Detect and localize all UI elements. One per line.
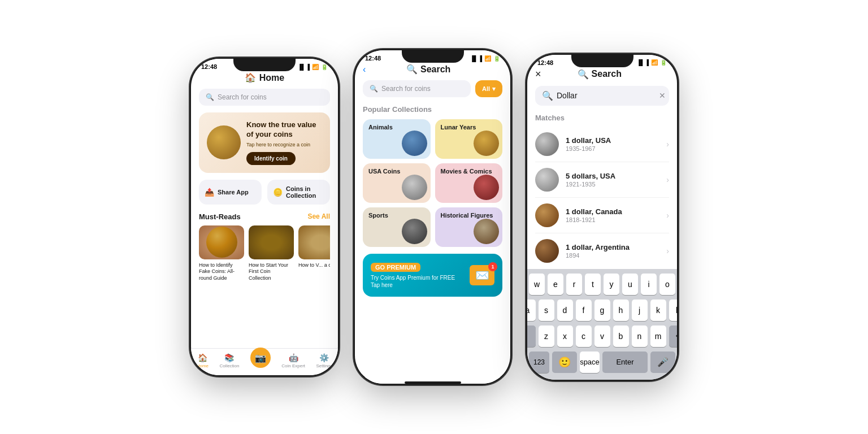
collection-lunar-years[interactable]: Lunar Years (435, 119, 503, 159)
key-x[interactable]: x (557, 326, 573, 347)
result-item-4[interactable]: 1 dollar, Argentina 1894 › (535, 233, 669, 268)
key-z[interactable]: z (539, 326, 554, 347)
key-j[interactable]: j (632, 300, 648, 321)
nav-coin-expert[interactable]: 🤖 Coin Expert (281, 353, 305, 368)
article-card-3[interactable]: How to V... a c... (298, 225, 330, 282)
key-g[interactable]: g (594, 300, 610, 321)
time-3: 12:48 (537, 59, 553, 66)
signal-icon-3: ▐▌▐ (637, 59, 649, 66)
phone-home: 12:48 ▐▌▐ 📶 🔋 🏠 Home 🔍 Search for coins (191, 59, 338, 375)
see-all-link[interactable]: See All (307, 212, 330, 220)
numbers-key[interactable]: 123 (529, 351, 549, 373)
filter-button[interactable]: All ▾ (475, 80, 502, 97)
key-c[interactable]: c (576, 326, 592, 347)
key-l[interactable]: l (669, 300, 678, 321)
result-name-4: 1 dollar, Argentina (566, 243, 659, 251)
key-h[interactable]: h (613, 300, 629, 321)
nav-coin-expert-icon: 🤖 (289, 353, 298, 362)
article-card-2[interactable]: How to Start Your First Coin Collection (249, 225, 294, 282)
key-i[interactable]: i (641, 274, 657, 295)
search3-input-row[interactable]: 🔍 ✕ (535, 86, 669, 106)
search-field[interactable]: 🔍 Search for coins (363, 80, 471, 97)
nav-collection[interactable]: 📚 Collection (219, 353, 239, 368)
signal-icon-2: ▐▌▐ (470, 55, 482, 62)
key-k[interactable]: k (650, 300, 666, 321)
result-year-3: 1818-1921 (566, 216, 659, 223)
result-chevron-4: › (666, 246, 669, 255)
key-s[interactable]: s (539, 300, 554, 321)
result-coin-image-3 (535, 203, 559, 227)
phone-search-results: 12:48 ▐▌▐ 📶 🔋 × 🔍 Search (527, 55, 677, 380)
search3-title-text: Search (592, 69, 622, 79)
search-title-icon: 🔍 (406, 64, 418, 75)
key-y[interactable]: y (604, 274, 619, 295)
collection-movies[interactable]: Movies & Comics (435, 163, 503, 203)
mic-key[interactable]: 🎤 (650, 351, 675, 373)
key-e[interactable]: e (548, 274, 563, 295)
key-m[interactable]: m (650, 326, 666, 347)
search-input-row: 🔍 Search for coins All ▾ (363, 80, 502, 97)
nav-settings[interactable]: ⚙️ Settings (316, 353, 332, 368)
result-item-1[interactable]: 1 dollar, USA 1935-1967 › (535, 127, 669, 162)
search3-title-icon: 🔍 (578, 69, 589, 80)
share-app-label: Share App (218, 189, 249, 196)
key-v[interactable]: v (594, 326, 610, 347)
key-b[interactable]: b (613, 326, 629, 347)
nav-home[interactable]: 🏠 Home (197, 353, 209, 368)
clear-button[interactable]: ✕ (659, 91, 666, 100)
key-a[interactable]: a (527, 300, 536, 321)
nav-camera[interactable]: 📷 (250, 353, 271, 368)
key-t[interactable]: t (585, 274, 601, 295)
nav-camera-button[interactable]: 📷 (250, 348, 271, 368)
result-item-2[interactable]: 5 dollars, USA 1921-1935 › (535, 162, 669, 198)
key-n[interactable]: n (632, 326, 648, 347)
premium-envelope-icon: ✉️ 1 (470, 265, 494, 285)
collection-historical-coin (474, 219, 499, 244)
collection-sports[interactable]: Sports (363, 207, 431, 247)
results-screen: × 🔍 Search 🔍 ✕ Matches 1 doll (527, 68, 677, 283)
nav-settings-icon: ⚙️ (319, 353, 329, 362)
emoji-key[interactable]: 🙂 (552, 351, 577, 373)
result-item-3[interactable]: 1 dollar, Canada 1818-1921 › (535, 198, 669, 233)
key-u[interactable]: u (622, 274, 638, 295)
search-header: ‹ 🔍 Search (363, 64, 502, 75)
nav-coin-expert-label: Coin Expert (281, 363, 305, 368)
share-app-button[interactable]: 📤 Share App (199, 180, 262, 205)
search3-title: 🔍 Search (578, 69, 622, 80)
premium-banner[interactable]: GO PREMIUM Try Coins App Premium for FRE… (363, 254, 502, 297)
go-premium-badge: GO PREMIUM (371, 263, 420, 272)
backspace-key[interactable]: ⌫ (669, 326, 678, 347)
collections-grid: Animals Lunar Years USA Coins Movies & C… (363, 119, 502, 247)
key-o[interactable]: o (659, 274, 675, 295)
result-name-1: 1 dollar, USA (566, 136, 659, 145)
collection-historical[interactable]: Historical Figures (435, 207, 503, 247)
key-d[interactable]: d (557, 300, 573, 321)
article-title-1: How to Identify Fake Coins: All-round Gu… (199, 262, 244, 282)
home-indicator-2 (355, 377, 510, 384)
result-info-3: 1 dollar, Canada 1818-1921 (566, 207, 659, 223)
search3-input[interactable] (557, 91, 656, 100)
collection-usa-coins[interactable]: USA Coins (363, 163, 431, 203)
coins-collection-button[interactable]: 🪙 Coins in Collection (267, 180, 330, 205)
home-search-bar[interactable]: 🔍 Search for coins (199, 89, 330, 106)
search-field-placeholder: Search for coins (381, 85, 431, 93)
key-w[interactable]: w (529, 274, 545, 295)
collection-animals[interactable]: Animals (363, 119, 431, 159)
article-card-1[interactable]: How to Identify Fake Coins: All-round Gu… (199, 225, 244, 282)
collection-usa-label: USA Coins (368, 168, 400, 175)
identify-button[interactable]: Identify coin (246, 152, 296, 165)
article-image-2 (249, 225, 294, 259)
shift-key[interactable]: ⇧ (527, 326, 536, 347)
coin-icon: 🪙 (273, 188, 283, 197)
home-search-placeholder: Search for coins (218, 93, 267, 101)
collection-animals-label: Animals (368, 124, 393, 131)
time-2: 12:48 (365, 55, 381, 62)
enter-key[interactable]: Enter (602, 351, 648, 373)
home-title-text: Home (259, 73, 284, 83)
back-button[interactable]: ‹ (363, 64, 366, 75)
close-button[interactable]: × (535, 68, 541, 80)
key-f[interactable]: f (576, 300, 592, 321)
key-r[interactable]: r (566, 274, 582, 295)
space-key[interactable]: space (580, 351, 600, 373)
collection-sports-label: Sports (368, 212, 388, 219)
